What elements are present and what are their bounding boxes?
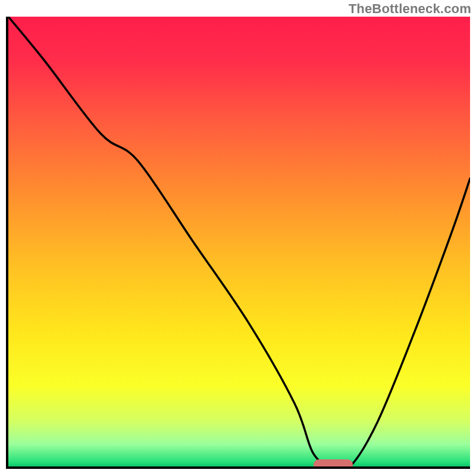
optimal-range-marker	[314, 459, 353, 469]
chart-container: TheBottleneck.com	[0, 0, 476, 476]
bottleneck-curve	[8, 17, 470, 466]
plot-area	[6, 17, 470, 469]
watermark-text: TheBottleneck.com	[349, 1, 471, 17]
